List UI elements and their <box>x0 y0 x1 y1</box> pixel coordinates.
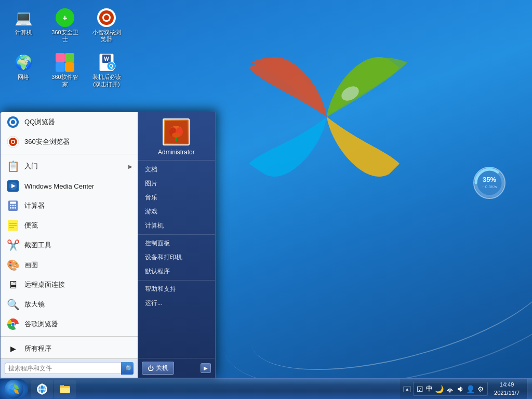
magnifier-label: 放大镜 <box>24 300 45 309</box>
svg-point-61 <box>449 391 451 392</box>
desktop-icon-computer[interactable]: 💻 计算机 <box>5 5 42 45</box>
360software-icon-label: 360软件管家 <box>49 74 81 87</box>
svg-rect-59 <box>60 388 70 393</box>
taskbar-pinned-items <box>31 380 76 398</box>
tray-settings-icon[interactable]: ⚙ <box>476 384 485 394</box>
network-icon-label: 网络 <box>18 74 29 81</box>
media-center-label: Windows Media Center <box>24 182 94 190</box>
tray-ime-icon[interactable]: 中 <box>425 383 433 394</box>
start-menu-item-calculator[interactable]: 计算器 <box>1 196 138 216</box>
right-divider <box>138 234 215 235</box>
svg-rect-34 <box>12 205 14 206</box>
360guard-icon-label: 360安全卫士 <box>49 29 81 43</box>
start-menu-item-snipping-tool[interactable]: ✂️ 截图工具 <box>1 235 138 255</box>
calculator-label: 计算器 <box>24 201 45 210</box>
start-right-control-panel[interactable]: 控制面板 <box>138 236 215 250</box>
net-speed-widget[interactable]: 35% ↑ 0.3K/s <box>473 166 506 200</box>
start-menu-item-paint[interactable]: 🎨 画图 <box>1 255 138 275</box>
start-orb-icon <box>5 380 23 398</box>
computer-icon-label: 计算机 <box>15 29 32 36</box>
start-menu-item-qq-browser[interactable]: QQ浏览器 <box>1 112 138 132</box>
remote-desktop-label: 远程桌面连接 <box>24 280 65 289</box>
svg-point-52 <box>172 132 180 138</box>
clock-time: 14:49 <box>500 381 514 389</box>
system-tray: ▲ ☑ 中 🌙 👤 <box>400 379 527 400</box>
taskbar: ▲ ☑ 中 🌙 👤 <box>0 378 532 399</box>
start-menu: QQ浏览器 360安全浏览器 📋 <box>0 112 216 378</box>
tray-volume-icon[interactable] <box>455 384 464 394</box>
start-right-help[interactable]: 帮助和支持 <box>138 282 215 296</box>
tray-icons-group: ☑ 中 🌙 👤 ⚙ <box>413 382 488 396</box>
getting-started-icon: 📋 <box>6 159 20 174</box>
start-menu-divider-1 <box>1 154 138 154</box>
svg-text:Q: Q <box>109 63 113 69</box>
svg-point-46 <box>11 323 15 326</box>
tray-network-icon[interactable] <box>445 384 455 394</box>
getting-started-arrow: ▶ <box>128 164 132 169</box>
chrome-icon <box>6 317 20 331</box>
tray-expand-button[interactable]: ▲ <box>403 386 411 392</box>
xzbrowser-icon <box>96 7 117 28</box>
desktop-icon-xzbrowser[interactable]: 小智双核浏览器 <box>88 5 125 45</box>
start-right-default-programs[interactable]: 默认程序 <box>138 264 215 278</box>
start-menu-right: Administrator 文档 图片 音乐 游戏 计算机 控制面板 设备和打印… <box>138 112 215 378</box>
snipping-tool-icon: ✂️ <box>6 238 20 252</box>
tray-user-icon[interactable]: 👤 <box>465 384 476 394</box>
start-menu-right-links: 文档 图片 音乐 游戏 计算机 控制面板 设备和打印机 默认程序 帮助和支持 运… <box>138 161 215 358</box>
start-right-computer[interactable]: 计算机 <box>138 219 215 233</box>
svg-rect-8 <box>65 53 74 62</box>
clock-date: 2021/11/7 <box>494 389 520 397</box>
svg-rect-36 <box>10 207 11 209</box>
desktop-icon-360guard[interactable]: + 360安全卫士 <box>47 5 83 45</box>
360-browser-icon <box>6 135 20 149</box>
start-menu-user-section: Administrator <box>138 112 215 161</box>
start-search-bar: 🔎 <box>1 358 138 378</box>
start-menu-item-sticky-notes[interactable]: 便笺 <box>1 216 138 235</box>
svg-rect-37 <box>12 207 14 209</box>
start-menu-item-remote-desktop[interactable]: 🖥 远程桌面连接 <box>1 275 138 295</box>
start-right-devices[interactable]: 设备和打印机 <box>138 250 215 264</box>
start-right-documents[interactable]: 文档 <box>138 163 215 177</box>
swoosh-line-2 <box>211 212 532 399</box>
start-menu-item-all-programs[interactable]: ▶ 所有程序 <box>1 339 138 358</box>
shutdown-label: 关机 <box>156 364 168 373</box>
magnifier-icon: 🔍 <box>6 297 20 312</box>
start-right-games[interactable]: 游戏 <box>138 205 215 219</box>
start-menu-item-media-center[interactable]: Windows Media Center <box>1 176 138 196</box>
clock-area[interactable]: 14:49 2021/11/7 <box>490 381 524 397</box>
start-menu-item-magnifier[interactable]: 🔍 放大镜 <box>1 295 138 314</box>
shutdown-icon: ⏻ <box>148 365 154 372</box>
start-right-pictures[interactable]: 图片 <box>138 177 215 191</box>
sticky-notes-label: 便笺 <box>24 221 38 230</box>
desktop-icons-row1: 💻 计算机 + 360安全卫士 <box>5 5 125 45</box>
svg-point-6 <box>104 15 109 20</box>
snipping-tool-label: 截图工具 <box>24 241 51 250</box>
start-right-music[interactable]: 音乐 <box>138 191 215 205</box>
start-menu-item-chrome[interactable]: 谷歌浏览器 <box>1 314 138 334</box>
desktop-icon-360software[interactable]: 360软件管家 <box>47 50 83 89</box>
taskbar-ie-button[interactable] <box>31 380 53 398</box>
all-programs-icon: ▶ <box>6 341 20 356</box>
tray-moon-icon[interactable]: 🌙 <box>434 384 445 394</box>
windows-logo <box>241 31 413 205</box>
show-desktop-button[interactable] <box>527 379 532 399</box>
remote-desktop-icon: 🖥 <box>6 277 20 292</box>
start-menu-item-getting-started[interactable]: 📋 入门 ▶ <box>1 156 138 176</box>
shutdown-arrow-button[interactable]: ▶ <box>201 363 211 373</box>
search-button[interactable]: 🔎 <box>121 362 134 375</box>
start-button[interactable] <box>0 379 28 400</box>
getting-started-label: 入门 <box>24 162 38 171</box>
start-menu-left: QQ浏览器 360安全浏览器 📋 <box>1 112 138 378</box>
taskbar-explorer-button[interactable] <box>54 380 76 398</box>
user-name-label: Administrator <box>158 149 195 156</box>
start-right-run[interactable]: 运行... <box>138 296 215 310</box>
start-menu-item-360-browser[interactable]: 360安全浏览器 <box>1 132 138 152</box>
tray-action-center-icon[interactable]: ☑ <box>416 384 424 394</box>
search-input[interactable] <box>5 363 122 374</box>
svg-text:↑ 0.3K/s: ↑ 0.3K/s <box>482 184 497 189</box>
desktop-icon-readme[interactable]: W Q 装机后必读(双击打开) <box>88 50 125 89</box>
360guard-icon: + <box>55 7 75 28</box>
desktop-icon-network[interactable]: 🌍 网络 <box>5 50 42 89</box>
all-programs-label: 所有程序 <box>24 344 51 353</box>
shutdown-button[interactable]: ⏻ 关机 <box>142 362 174 375</box>
